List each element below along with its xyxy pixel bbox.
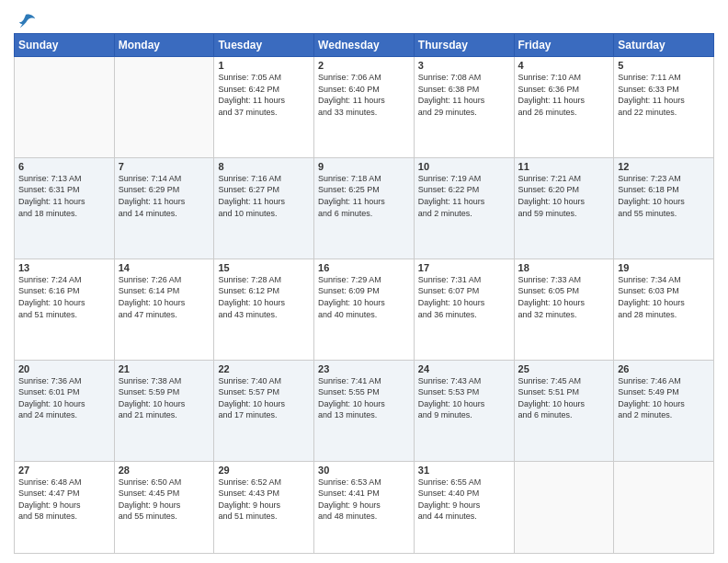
calendar-cell: 25Sunrise: 7:45 AM Sunset: 5:51 PM Dayli…	[514, 360, 614, 461]
calendar-cell: 1Sunrise: 7:05 AM Sunset: 6:42 PM Daylig…	[214, 57, 314, 158]
day-info: Sunrise: 7:33 AM Sunset: 6:05 PM Dayligh…	[518, 274, 610, 320]
calendar-cell: 29Sunrise: 6:52 AM Sunset: 4:43 PM Dayli…	[214, 461, 314, 554]
calendar-cell: 24Sunrise: 7:43 AM Sunset: 5:53 PM Dayli…	[414, 360, 514, 461]
day-number: 17	[418, 262, 510, 273]
calendar-cell: 8Sunrise: 7:16 AM Sunset: 6:27 PM Daylig…	[214, 157, 314, 259]
day-number: 21	[119, 363, 210, 374]
day-info: Sunrise: 7:40 AM Sunset: 5:57 PM Dayligh…	[218, 375, 310, 421]
day-number: 7	[119, 161, 210, 172]
day-info: Sunrise: 7:23 AM Sunset: 6:18 PM Dayligh…	[618, 173, 710, 219]
day-info: Sunrise: 7:26 AM Sunset: 6:14 PM Dayligh…	[119, 274, 210, 320]
calendar-week-row: 27Sunrise: 6:48 AM Sunset: 4:47 PM Dayli…	[15, 461, 714, 554]
logo	[14, 13, 36, 28]
calendar-week-row: 20Sunrise: 7:36 AM Sunset: 6:01 PM Dayli…	[15, 360, 714, 461]
day-info: Sunrise: 7:13 AM Sunset: 6:31 PM Dayligh…	[18, 173, 110, 219]
calendar-cell: 11Sunrise: 7:21 AM Sunset: 6:20 PM Dayli…	[514, 157, 614, 259]
calendar-week-row: 6Sunrise: 7:13 AM Sunset: 6:31 PM Daylig…	[15, 157, 714, 259]
calendar-cell: 18Sunrise: 7:33 AM Sunset: 6:05 PM Dayli…	[514, 259, 614, 360]
day-info: Sunrise: 7:19 AM Sunset: 6:22 PM Dayligh…	[418, 173, 510, 219]
day-info: Sunrise: 7:38 AM Sunset: 5:59 PM Dayligh…	[119, 375, 210, 421]
day-number: 27	[18, 465, 110, 476]
day-info: Sunrise: 7:08 AM Sunset: 6:38 PM Dayligh…	[418, 72, 510, 118]
day-number: 3	[418, 60, 510, 71]
logo-bird-icon	[16, 11, 36, 31]
calendar-cell: 13Sunrise: 7:24 AM Sunset: 6:16 PM Dayli…	[15, 259, 115, 360]
day-info: Sunrise: 7:21 AM Sunset: 6:20 PM Dayligh…	[518, 173, 610, 219]
day-info: Sunrise: 7:06 AM Sunset: 6:40 PM Dayligh…	[318, 72, 410, 118]
calendar-week-row: 13Sunrise: 7:24 AM Sunset: 6:16 PM Dayli…	[15, 259, 714, 360]
day-number: 2	[318, 60, 410, 71]
day-number: 28	[119, 465, 210, 476]
calendar-cell: 20Sunrise: 7:36 AM Sunset: 6:01 PM Dayli…	[15, 360, 115, 461]
calendar-cell: 31Sunrise: 6:55 AM Sunset: 4:40 PM Dayli…	[414, 461, 514, 554]
calendar-cell: 6Sunrise: 7:13 AM Sunset: 6:31 PM Daylig…	[15, 157, 115, 259]
day-info: Sunrise: 7:45 AM Sunset: 5:51 PM Dayligh…	[518, 375, 610, 421]
header	[14, 9, 714, 28]
day-info: Sunrise: 6:55 AM Sunset: 4:40 PM Dayligh…	[418, 477, 510, 523]
day-info: Sunrise: 7:16 AM Sunset: 6:27 PM Dayligh…	[218, 173, 310, 219]
day-info: Sunrise: 7:28 AM Sunset: 6:12 PM Dayligh…	[218, 274, 310, 320]
calendar-cell: 30Sunrise: 6:53 AM Sunset: 4:41 PM Dayli…	[314, 461, 415, 554]
day-number: 1	[218, 60, 310, 71]
day-info: Sunrise: 7:31 AM Sunset: 6:07 PM Dayligh…	[418, 274, 510, 320]
weekday-header-saturday: Saturday	[614, 34, 714, 57]
day-number: 4	[518, 60, 610, 71]
weekday-header-wednesday: Wednesday	[314, 34, 415, 57]
calendar-cell: 3Sunrise: 7:08 AM Sunset: 6:38 PM Daylig…	[414, 57, 514, 158]
day-number: 19	[618, 262, 710, 273]
calendar-cell: 28Sunrise: 6:50 AM Sunset: 4:45 PM Dayli…	[114, 461, 214, 554]
calendar-cell: 19Sunrise: 7:34 AM Sunset: 6:03 PM Dayli…	[614, 259, 714, 360]
day-number: 20	[18, 363, 110, 374]
day-number: 30	[318, 465, 410, 476]
day-number: 23	[318, 363, 410, 374]
day-info: Sunrise: 7:36 AM Sunset: 6:01 PM Dayligh…	[18, 375, 110, 421]
day-number: 6	[18, 161, 110, 172]
calendar-cell: 2Sunrise: 7:06 AM Sunset: 6:40 PM Daylig…	[314, 57, 415, 158]
calendar-cell: 15Sunrise: 7:28 AM Sunset: 6:12 PM Dayli…	[214, 259, 314, 360]
day-info: Sunrise: 6:52 AM Sunset: 4:43 PM Dayligh…	[218, 477, 310, 523]
calendar-cell: 4Sunrise: 7:10 AM Sunset: 6:36 PM Daylig…	[514, 57, 614, 158]
day-info: Sunrise: 7:41 AM Sunset: 5:55 PM Dayligh…	[318, 375, 410, 421]
day-number: 24	[418, 363, 510, 374]
calendar-cell: 10Sunrise: 7:19 AM Sunset: 6:22 PM Dayli…	[414, 157, 514, 259]
day-info: Sunrise: 7:29 AM Sunset: 6:09 PM Dayligh…	[318, 274, 410, 320]
day-number: 29	[218, 465, 310, 476]
calendar-cell: 26Sunrise: 7:46 AM Sunset: 5:49 PM Dayli…	[614, 360, 714, 461]
calendar-cell: 27Sunrise: 6:48 AM Sunset: 4:47 PM Dayli…	[15, 461, 115, 554]
page: SundayMondayTuesdayWednesdayThursdayFrid…	[0, 0, 728, 563]
calendar-cell	[15, 57, 115, 158]
day-info: Sunrise: 6:50 AM Sunset: 4:45 PM Dayligh…	[119, 477, 210, 523]
day-info: Sunrise: 6:48 AM Sunset: 4:47 PM Dayligh…	[18, 477, 110, 523]
day-number: 22	[218, 363, 310, 374]
day-number: 18	[518, 262, 610, 273]
weekday-header-sunday: Sunday	[15, 34, 115, 57]
day-number: 5	[618, 60, 710, 71]
day-info: Sunrise: 7:18 AM Sunset: 6:25 PM Dayligh…	[318, 173, 410, 219]
day-number: 10	[418, 161, 510, 172]
day-number: 16	[318, 262, 410, 273]
weekday-header-thursday: Thursday	[414, 34, 514, 57]
day-number: 9	[318, 161, 410, 172]
day-info: Sunrise: 7:14 AM Sunset: 6:29 PM Dayligh…	[119, 173, 210, 219]
day-number: 15	[218, 262, 310, 273]
day-info: Sunrise: 7:43 AM Sunset: 5:53 PM Dayligh…	[418, 375, 510, 421]
day-info: Sunrise: 7:24 AM Sunset: 6:16 PM Dayligh…	[18, 274, 110, 320]
calendar-cell	[114, 57, 214, 158]
calendar-cell: 16Sunrise: 7:29 AM Sunset: 6:09 PM Dayli…	[314, 259, 415, 360]
day-number: 14	[119, 262, 210, 273]
calendar-cell: 9Sunrise: 7:18 AM Sunset: 6:25 PM Daylig…	[314, 157, 415, 259]
day-number: 31	[418, 465, 510, 476]
calendar-cell: 22Sunrise: 7:40 AM Sunset: 5:57 PM Dayli…	[214, 360, 314, 461]
calendar-cell: 23Sunrise: 7:41 AM Sunset: 5:55 PM Dayli…	[314, 360, 415, 461]
calendar-cell	[514, 461, 614, 554]
day-number: 12	[618, 161, 710, 172]
day-number: 11	[518, 161, 610, 172]
calendar-cell: 7Sunrise: 7:14 AM Sunset: 6:29 PM Daylig…	[114, 157, 214, 259]
day-info: Sunrise: 7:46 AM Sunset: 5:49 PM Dayligh…	[618, 375, 710, 421]
weekday-header-friday: Friday	[514, 34, 614, 57]
calendar-cell: 17Sunrise: 7:31 AM Sunset: 6:07 PM Dayli…	[414, 259, 514, 360]
calendar-cell: 12Sunrise: 7:23 AM Sunset: 6:18 PM Dayli…	[614, 157, 714, 259]
logo-line1	[14, 13, 36, 31]
day-number: 8	[218, 161, 310, 172]
calendar-cell: 14Sunrise: 7:26 AM Sunset: 6:14 PM Dayli…	[114, 259, 214, 360]
